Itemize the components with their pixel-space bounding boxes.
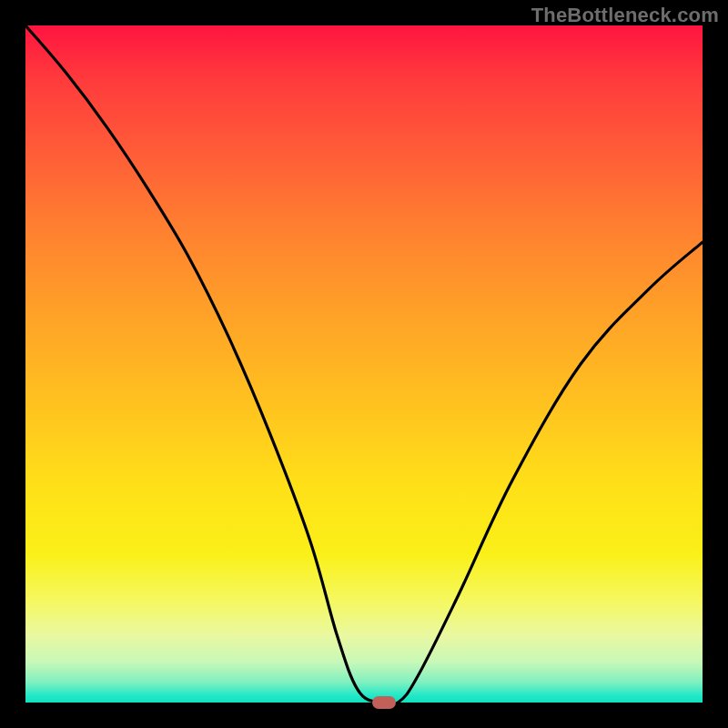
- watermark-text: TheBottleneck.com: [531, 4, 719, 27]
- bottleneck-curve: [25, 25, 703, 703]
- curve-path: [25, 25, 703, 705]
- optimum-marker: [372, 696, 396, 709]
- plot-area: [25, 25, 703, 703]
- chart-frame: TheBottleneck.com: [0, 0, 728, 728]
